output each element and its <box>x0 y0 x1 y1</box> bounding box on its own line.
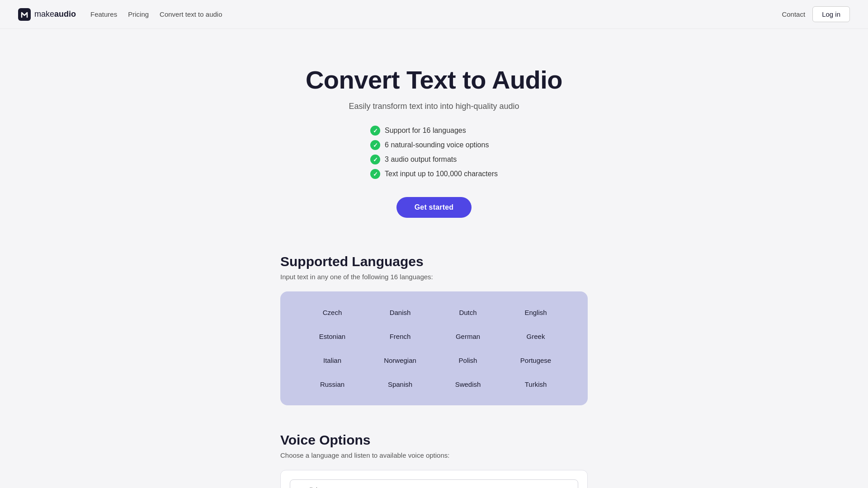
voice-subtitle: Choose a language and listen to availabl… <box>280 451 588 459</box>
language-portugese: Portugese <box>502 348 570 372</box>
feature-text-0: Support for 16 languages <box>385 127 466 135</box>
language-italian: Italian <box>298 348 366 372</box>
voice-dropdown-container: English Spanish French German Italian Du… <box>280 470 588 488</box>
logo[interactable]: makeaudio <box>18 8 76 21</box>
language-turkish: Turkish <box>502 372 570 396</box>
hero-subtitle: Easily transform text into into high-qua… <box>18 102 850 111</box>
logo-icon <box>18 8 31 21</box>
feature-text-1: 6 natural-sounding voice options <box>385 141 489 149</box>
language-german: German <box>434 324 502 348</box>
nav-right: Contact Log in <box>782 6 850 22</box>
contact-link[interactable]: Contact <box>782 10 805 18</box>
check-icon-0 <box>370 126 380 136</box>
language-russian: Russian <box>298 372 366 396</box>
hero-section: Convert Text to Audio Easily transform t… <box>0 29 868 245</box>
languages-title: Supported Languages <box>280 254 588 269</box>
voice-language-select[interactable]: English Spanish French German Italian Du… <box>290 479 578 488</box>
nav-link-convert[interactable]: Convert text to audio <box>160 10 222 18</box>
feature-item-3: Text input up to 100,000 characters <box>370 169 498 179</box>
navbar: makeaudio Features Pricing Convert text … <box>0 0 868 29</box>
languages-grid: Czech Danish Dutch English Estonian Fren… <box>280 291 588 405</box>
nav-item-pricing[interactable]: Pricing <box>128 10 149 19</box>
check-icon-2 <box>370 155 380 164</box>
language-english: English <box>502 300 570 324</box>
svg-rect-0 <box>18 8 31 21</box>
language-norwegian: Norwegian <box>366 348 434 372</box>
language-danish: Danish <box>366 300 434 324</box>
language-spanish: Spanish <box>366 372 434 396</box>
language-polish: Polish <box>434 348 502 372</box>
nav-link-features[interactable]: Features <box>90 10 117 18</box>
logo-make: make <box>34 9 54 19</box>
nav-links: Features Pricing Convert text to audio <box>90 10 222 19</box>
check-icon-1 <box>370 140 380 150</box>
feature-text-2: 3 audio output formats <box>385 155 457 164</box>
languages-section: Supported Languages Input text in any on… <box>262 245 606 423</box>
logo-audio: audio <box>54 9 76 19</box>
voice-title: Voice Options <box>280 432 588 448</box>
nav-left: makeaudio Features Pricing Convert text … <box>18 8 222 21</box>
language-greek: Greek <box>502 324 570 348</box>
nav-link-pricing[interactable]: Pricing <box>128 10 149 18</box>
languages-subtitle: Input text in any one of the following 1… <box>280 273 588 281</box>
get-started-button[interactable]: Get started <box>396 197 472 218</box>
feature-text-3: Text input up to 100,000 characters <box>385 170 498 178</box>
voice-section: Voice Options Choose a language and list… <box>262 423 606 488</box>
language-french: French <box>366 324 434 348</box>
hero-title: Convert Text to Audio <box>18 65 850 94</box>
language-czech: Czech <box>298 300 366 324</box>
language-dutch: Dutch <box>434 300 502 324</box>
login-button[interactable]: Log in <box>812 6 850 22</box>
features-list: Support for 16 languages 6 natural-sound… <box>370 126 498 179</box>
nav-item-features[interactable]: Features <box>90 10 117 19</box>
feature-item-1: 6 natural-sounding voice options <box>370 140 489 150</box>
check-icon-3 <box>370 169 380 179</box>
language-swedish: Swedish <box>434 372 502 396</box>
language-estonian: Estonian <box>298 324 366 348</box>
logo-text: makeaudio <box>34 9 76 19</box>
feature-item-0: Support for 16 languages <box>370 126 466 136</box>
nav-item-convert[interactable]: Convert text to audio <box>160 10 222 19</box>
feature-item-2: 3 audio output formats <box>370 155 457 164</box>
